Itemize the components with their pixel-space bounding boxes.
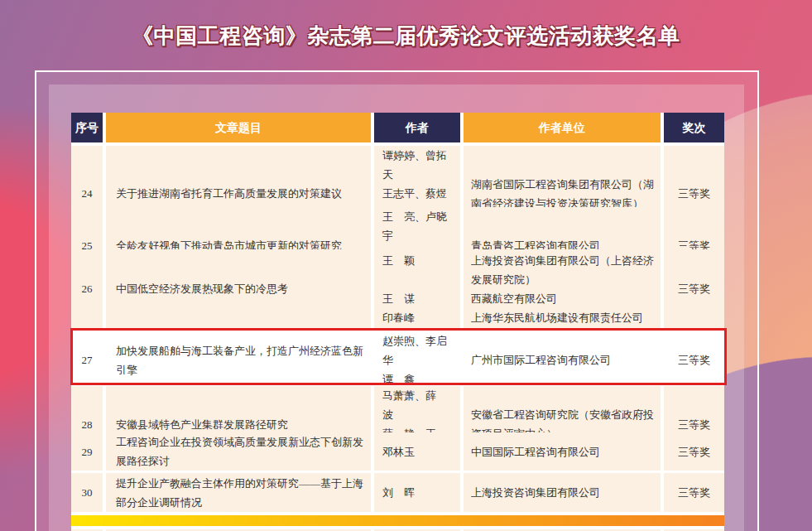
- divider-bar: [71, 515, 724, 526]
- cell-no: 29: [71, 432, 103, 471]
- cell-title: 提升企业产教融合主体作用的对策研究——基于上海部分企业调研情况: [106, 473, 371, 512]
- cell-authors: 王 颖 王 谋 印春峰: [374, 249, 460, 328]
- cell-title: 加快发展船舶与海工装备产业，打造广州经济蓝色新引擎: [106, 331, 371, 389]
- cell-org: 上海投资咨询集团有限公司（上咨经济发展研究院） 西藏航空有限公司 上海华东民航机…: [464, 249, 661, 328]
- table-row-27-highlighted: 27 加快发展船舶与海工装备产业，打造广州经济蓝色新引擎 赵崇煦、李启华 谭 鑫…: [71, 331, 724, 383]
- table-row-25: 25 全龄友好视角下推动青岛市城市更新的对策研究 王 亮、卢晓宇 刘大伟、于景菲…: [71, 207, 724, 246]
- page-title: 《中国工程咨询》杂志第二届优秀论文评选活动获奖名单: [0, 22, 812, 51]
- header-cell-no: 序号: [71, 113, 103, 142]
- cell-org: 上海投资咨询集团有限公司: [464, 473, 661, 512]
- cell-award: 三等奖: [664, 249, 724, 328]
- cell-no: 27: [71, 331, 103, 389]
- table-header-row: 序号 文章题目 作者 作者单位 奖次: [71, 113, 724, 142]
- cell-title: 中国低空经济发展热现象下的冷思考: [106, 249, 371, 328]
- table-row-30: 30 提升企业产教融合主体作用的对策研究——基于上海部分企业调研情况 刘 晖 上…: [71, 473, 724, 512]
- table-row-28: 28 安徽县域特色产业集群发展路径研究 马萧萧、薛 波 薛 静、王 亮 安徽省工…: [71, 386, 724, 429]
- cell-org: 广州市国际工程咨询有限公司: [464, 331, 661, 389]
- table-row-29: 29 工程咨询企业在投资领域高质量发展新业态下创新发展路径探讨 邓林玉 中国国际…: [71, 432, 724, 470]
- header-cell-award: 奖次: [664, 113, 724, 142]
- cell-authors: 赵崇煦、李启华 谭 鑫: [374, 331, 460, 389]
- table-row-24: 24 关于推进湖南省托育工作高质量发展的对策建议 谭婷婷、曾拓天 王志平、蔡煜杰…: [71, 146, 724, 204]
- cell-no: 26: [71, 249, 103, 328]
- cell-no: 30: [71, 473, 103, 512]
- cell-title: 工程咨询企业在投资领域高质量发展新业态下创新发展路径探讨: [106, 432, 371, 471]
- header-cell-author: 作者: [374, 113, 460, 142]
- cell-award: 三等奖: [664, 473, 724, 512]
- header-cell-title: 文章题目: [106, 113, 371, 142]
- table-row-26: 26 中国低空经济发展热现象下的冷思考 王 颖 王 谋 印春峰 上海投资咨询集团…: [71, 249, 724, 328]
- cell-award: 三等奖: [664, 331, 724, 389]
- cell-award: 三等奖: [664, 432, 724, 471]
- header-cell-org: 作者单位: [464, 113, 661, 142]
- cell-authors: 邓林玉: [374, 432, 460, 471]
- cell-authors: 刘 晖: [374, 473, 460, 512]
- cell-org: 中国国际工程咨询有限公司: [464, 432, 661, 471]
- awards-table: 序号 文章题目 作者 作者单位 奖次 24 关于推进湖南省托育工作高质量发展的对…: [71, 113, 724, 531]
